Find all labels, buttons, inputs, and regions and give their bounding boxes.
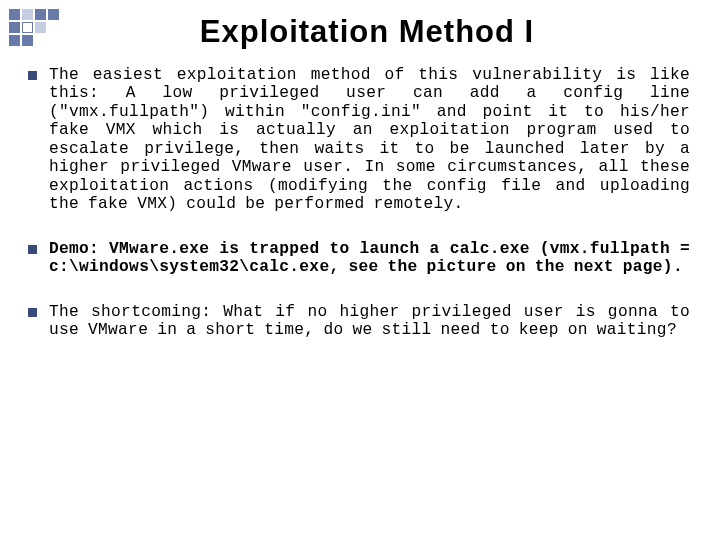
bullet-marker-icon [28, 71, 37, 80]
bullet-text: The easiest exploitation method of this … [49, 66, 690, 214]
bullet-item: Demo: VMware.exe is trapped to launch a … [46, 240, 690, 277]
slide-title: Exploitation Method I [44, 14, 690, 50]
corner-decoration [8, 8, 60, 47]
slide: Exploitation Method I The easiest exploi… [0, 0, 720, 540]
slide-body: The easiest exploitation method of this … [44, 66, 690, 340]
bullet-item: The shortcoming: What if no higher privi… [46, 303, 690, 340]
bullet-text: Demo: VMware.exe is trapped to launch a … [49, 240, 690, 277]
bullet-text: The shortcoming: What if no higher privi… [49, 303, 690, 340]
bullet-item: The easiest exploitation method of this … [46, 66, 690, 214]
bullet-marker-icon [28, 245, 37, 254]
bullet-marker-icon [28, 308, 37, 317]
